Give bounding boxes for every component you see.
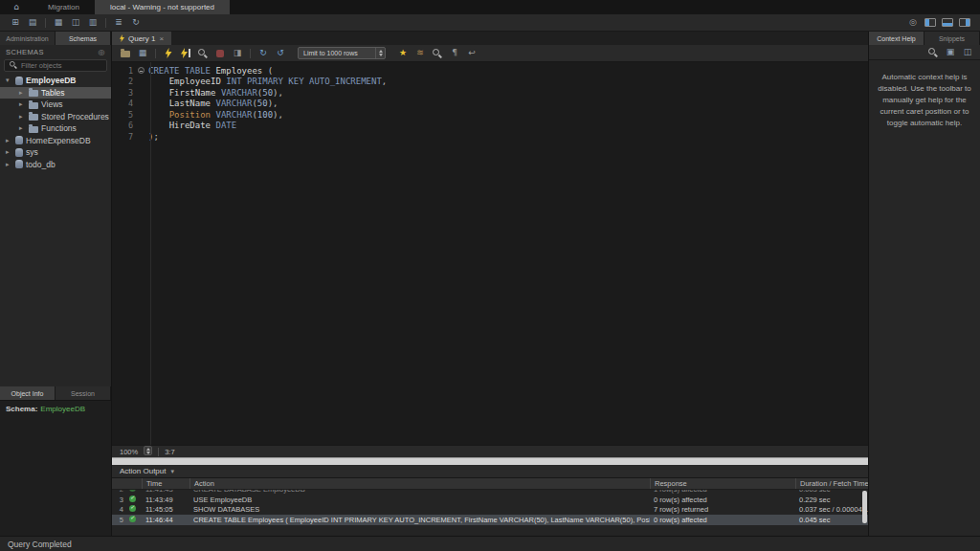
tab-object-info[interactable]: Object Info — [0, 386, 56, 400]
refresh-icon[interactable]: ↻ — [128, 16, 144, 30]
create-schema-icon[interactable]: ◫ — [68, 16, 83, 30]
commit-icon[interactable]: ↻ — [256, 47, 271, 60]
line-number: 3 — [112, 88, 133, 98]
toggle-bottom-panel-icon[interactable] — [940, 16, 955, 30]
code-line[interactable]: 1CREATE TABLE Employees ( — [112, 65, 868, 77]
expand-arrow-right-icon[interactable]: ▸ — [19, 89, 26, 97]
explain-icon[interactable] — [195, 47, 211, 60]
action-output-row[interactable]: 411:45:05SHOW DATABASES7 row(s) returned… — [112, 505, 868, 516]
folder-icon — [29, 126, 38, 133]
sql-editor[interactable]: 1CREATE TABLE Employees (2 EmployeeID IN… — [112, 62, 868, 445]
code-line[interactable]: 6 HireDate DATE — [112, 121, 868, 132]
code-line[interactable]: 7); — [112, 131, 868, 143]
toolbar-separator — [155, 49, 156, 58]
row-duration: 0.037 sec / 0.000049... — [795, 505, 868, 514]
code-text: HireDate DATE — [148, 121, 236, 130]
tree-item-views[interactable]: ▸Views — [0, 99, 111, 111]
code-line[interactable]: 3 FirstName VARCHAR(50), — [112, 87, 868, 99]
row-action: CREATE DATABASE EmployeeDB — [189, 490, 650, 494]
search-icon — [10, 61, 17, 69]
feedback-icon[interactable]: ◎ — [905, 16, 921, 30]
tree-item-homeexpensedb[interactable]: ▸HomeExpenseDB — [0, 135, 111, 147]
zoom-level[interactable]: 100% — [120, 448, 138, 456]
toggle-stop-on-error-icon[interactable]: ◨ — [230, 47, 245, 60]
close-tab-icon[interactable]: × — [159, 34, 164, 43]
save-sql-icon[interactable]: ▦ — [135, 47, 150, 60]
expand-arrow-right-icon[interactable]: ▸ — [19, 113, 26, 121]
home-tab-button[interactable]: ⌂ — [0, 0, 33, 14]
schemas-header-label: SCHEMAS — [6, 48, 44, 56]
open-model-icon[interactable]: ▦ — [51, 16, 66, 30]
help-search-icon[interactable] — [925, 46, 941, 59]
code-line[interactable]: 5 Position VARCHAR(100), — [112, 109, 868, 121]
limit-rows-stepper[interactable] — [375, 48, 385, 58]
tree-item-employeedb[interactable]: ▾EmployeeDB — [0, 75, 111, 87]
execute-icon[interactable] — [161, 47, 176, 60]
query-tab[interactable]: Query 1 × — [112, 32, 171, 45]
server-status-icon[interactable]: ≣ — [111, 16, 126, 30]
action-output-header[interactable]: Action Output ▾ — [112, 465, 868, 478]
wrap-text-icon[interactable]: ↩ — [464, 47, 479, 60]
tree-item-label: HomeExpenseDB — [26, 136, 91, 145]
fold-toggle-icon[interactable] — [138, 67, 145, 74]
beautify-sql-icon[interactable]: ≋ — [412, 47, 428, 60]
toggle-automatic-help-icon[interactable]: ◫ — [960, 46, 975, 59]
schema-icon — [15, 77, 23, 85]
filter-objects-input[interactable]: Filter objects — [4, 59, 107, 72]
limit-rows-dropdown[interactable]: Limit to 1000 rows — [298, 47, 386, 59]
rollback-icon[interactable]: ↺ — [273, 47, 288, 60]
toggle-right-panel-icon[interactable] — [957, 16, 972, 30]
action-output-row[interactable]: 511:46:44CREATE TABLE Employees ( Employ… — [112, 515, 868, 525]
tab-context-help[interactable]: Context Help — [869, 32, 924, 45]
find-icon[interactable] — [430, 47, 445, 60]
window-tab-local-warning-not-supported[interactable]: local - Warning - not supported — [95, 0, 230, 14]
row-index: 4 — [112, 505, 125, 514]
expand-arrow-right-icon[interactable]: ▸ — [6, 137, 12, 144]
code-line[interactable]: 2 EmployeeID INT PRIMARY KEY AUTO_INCREM… — [112, 77, 868, 88]
tree-item-stored-procedures[interactable]: ▸Stored Procedures — [0, 111, 111, 123]
tree-item-todo-db[interactable]: ▸todo_db — [0, 159, 111, 171]
schema-icon — [15, 148, 23, 157]
column-header-duration[interactable]: Duration / Fetch Time — [795, 478, 868, 489]
tab-snippets[interactable]: Snippets — [924, 32, 980, 45]
row-status — [125, 516, 142, 524]
horizontal-scrollbar[interactable] — [112, 457, 868, 465]
column-header-response[interactable]: Response — [650, 478, 795, 489]
get-context-help-icon[interactable]: ▣ — [943, 46, 958, 59]
expand-arrow-right-icon[interactable]: ▸ — [19, 124, 26, 132]
expand-arrow-right-icon[interactable]: ▸ — [6, 161, 12, 168]
action-output-row[interactable]: 311:43:49USE EmployeeDB0 row(s) affected… — [112, 495, 868, 505]
invisible-characters-icon[interactable]: ¶ — [447, 47, 462, 60]
expand-arrow-right-icon[interactable]: ▸ — [19, 100, 26, 108]
tree-item-label: Tables — [41, 88, 65, 98]
code-line[interactable]: 4 LastName VARCHAR(50), — [112, 99, 868, 110]
zoom-stepper[interactable] — [144, 446, 152, 455]
vertical-scrollbar[interactable] — [862, 491, 867, 523]
line-number: 6 — [112, 121, 133, 130]
expand-arrow-down-icon[interactable]: ▾ — [6, 77, 12, 84]
row-duration: 0.003 sec — [795, 490, 868, 494]
new-sql-script-icon[interactable]: ▤ — [25, 16, 40, 30]
line-number: 5 — [112, 110, 133, 120]
open-sql-file-icon[interactable] — [118, 47, 133, 60]
tree-item-functions[interactable]: ▸Functions — [0, 122, 111, 135]
column-header-action[interactable]: Action — [189, 478, 650, 489]
column-header-time[interactable]: Time — [142, 478, 189, 489]
toggle-left-panel-icon[interactable] — [923, 16, 938, 30]
success-check-icon — [129, 505, 136, 512]
save-snippet-icon[interactable]: ★ — [395, 47, 411, 60]
expand-arrow-right-icon[interactable]: ▸ — [6, 148, 12, 156]
window-tab-migration[interactable]: Migration — [33, 0, 95, 14]
stop-icon[interactable] — [212, 47, 228, 60]
tree-item-sys[interactable]: ▸sys — [0, 146, 111, 159]
new-connection-icon[interactable]: ⊞ — [8, 16, 23, 30]
tab-session[interactable]: Session — [56, 386, 111, 400]
execute-current-statement-icon[interactable] — [178, 47, 193, 60]
folder-icon — [29, 90, 38, 97]
tab-administration[interactable]: Administration — [0, 32, 56, 45]
tab-schemas[interactable]: Schemas — [56, 32, 111, 45]
tree-item-tables[interactable]: ▸Tables — [0, 87, 111, 99]
row-status — [125, 505, 142, 514]
create-table-icon[interactable]: ▥ — [85, 16, 100, 30]
schema-filter-icon[interactable]: ◎ — [99, 48, 105, 56]
